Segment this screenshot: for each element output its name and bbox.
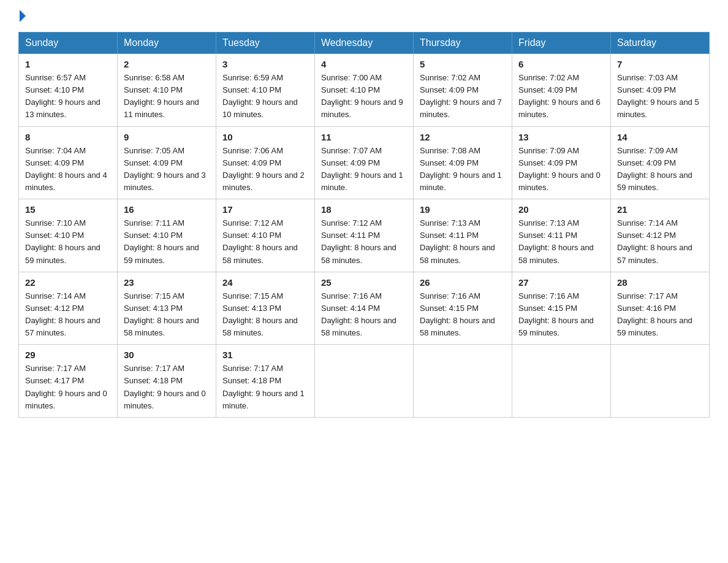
day-number: 12 bbox=[420, 132, 506, 142]
calendar-day-cell: 22 Sunrise: 7:14 AM Sunset: 4:12 PM Dayl… bbox=[19, 272, 118, 345]
day-info: Sunrise: 7:08 AM Sunset: 4:09 PM Dayligh… bbox=[420, 145, 506, 194]
day-info: Sunrise: 7:04 AM Sunset: 4:09 PM Dayligh… bbox=[25, 145, 111, 194]
daylight-label: Daylight: 8 hours and 58 minutes. bbox=[420, 243, 495, 264]
calendar-day-cell: 15 Sunrise: 7:10 AM Sunset: 4:10 PM Dayl… bbox=[19, 199, 118, 272]
day-of-week-header: Friday bbox=[512, 33, 611, 54]
sunrise-label: Sunrise: 7:09 AM bbox=[617, 146, 678, 155]
calendar-day-cell: 13 Sunrise: 7:09 AM Sunset: 4:09 PM Dayl… bbox=[512, 126, 611, 199]
calendar-day-cell: 18 Sunrise: 7:12 AM Sunset: 4:11 PM Dayl… bbox=[315, 199, 414, 272]
calendar-day-cell: 26 Sunrise: 7:16 AM Sunset: 4:15 PM Dayl… bbox=[414, 272, 512, 345]
day-number: 4 bbox=[321, 59, 407, 69]
sunset-label: Sunset: 4:11 PM bbox=[518, 231, 577, 240]
day-of-week-header: Monday bbox=[118, 33, 216, 54]
day-number: 10 bbox=[222, 132, 308, 142]
day-info: Sunrise: 7:17 AM Sunset: 4:18 PM Dayligh… bbox=[222, 362, 308, 412]
day-number: 22 bbox=[25, 277, 111, 288]
sunrise-label: Sunrise: 7:17 AM bbox=[124, 364, 184, 373]
sunset-label: Sunset: 4:15 PM bbox=[518, 304, 577, 313]
sunrise-label: Sunrise: 7:12 AM bbox=[222, 218, 283, 228]
sunrise-label: Sunrise: 7:11 AM bbox=[124, 218, 184, 228]
calendar-day-cell: 27 Sunrise: 7:16 AM Sunset: 4:15 PM Dayl… bbox=[512, 272, 611, 345]
sunset-label: Sunset: 4:09 PM bbox=[124, 158, 183, 167]
sunrise-label: Sunrise: 7:09 AM bbox=[518, 146, 579, 155]
sunrise-label: Sunrise: 6:58 AM bbox=[124, 73, 184, 82]
sunrise-label: Sunrise: 7:17 AM bbox=[222, 364, 283, 373]
sunset-label: Sunset: 4:09 PM bbox=[617, 158, 676, 167]
daylight-label: Daylight: 8 hours and 58 minutes. bbox=[518, 243, 594, 264]
day-info: Sunrise: 7:06 AM Sunset: 4:09 PM Dayligh… bbox=[222, 145, 308, 194]
calendar-day-cell: 31 Sunrise: 7:17 AM Sunset: 4:18 PM Dayl… bbox=[216, 345, 315, 418]
day-info: Sunrise: 7:16 AM Sunset: 4:15 PM Dayligh… bbox=[420, 290, 506, 340]
day-number: 7 bbox=[617, 59, 703, 69]
logo bbox=[18, 12, 26, 22]
calendar-week-row: 22 Sunrise: 7:14 AM Sunset: 4:12 PM Dayl… bbox=[19, 272, 710, 345]
day-info: Sunrise: 6:59 AM Sunset: 4:10 PM Dayligh… bbox=[222, 72, 308, 121]
daylight-label: Daylight: 8 hours and 57 minutes. bbox=[25, 316, 100, 337]
calendar-day-cell: 8 Sunrise: 7:04 AM Sunset: 4:09 PM Dayli… bbox=[19, 126, 118, 199]
sunrise-label: Sunrise: 7:05 AM bbox=[124, 146, 184, 155]
sunrise-label: Sunrise: 7:14 AM bbox=[25, 291, 86, 301]
day-number: 6 bbox=[518, 59, 604, 69]
day-info: Sunrise: 7:09 AM Sunset: 4:09 PM Dayligh… bbox=[518, 145, 604, 194]
day-of-week-header: Thursday bbox=[414, 33, 512, 54]
day-info: Sunrise: 7:14 AM Sunset: 4:12 PM Dayligh… bbox=[25, 290, 111, 340]
day-info: Sunrise: 7:15 AM Sunset: 4:13 PM Dayligh… bbox=[222, 290, 308, 340]
day-number: 11 bbox=[321, 132, 407, 142]
day-info: Sunrise: 7:16 AM Sunset: 4:14 PM Dayligh… bbox=[321, 290, 407, 340]
day-info: Sunrise: 7:17 AM Sunset: 4:16 PM Dayligh… bbox=[617, 290, 703, 340]
calendar-day-cell: 24 Sunrise: 7:15 AM Sunset: 4:13 PM Dayl… bbox=[216, 272, 315, 345]
sunrise-label: Sunrise: 6:59 AM bbox=[222, 73, 283, 82]
daylight-label: Daylight: 9 hours and 1 minute. bbox=[420, 170, 502, 192]
sunset-label: Sunset: 4:09 PM bbox=[617, 85, 676, 94]
sunrise-label: Sunrise: 7:15 AM bbox=[222, 291, 283, 301]
day-number: 24 bbox=[222, 277, 308, 288]
sunrise-label: Sunrise: 7:06 AM bbox=[222, 146, 283, 155]
calendar-week-row: 15 Sunrise: 7:10 AM Sunset: 4:10 PM Dayl… bbox=[19, 199, 710, 272]
sunset-label: Sunset: 4:09 PM bbox=[222, 158, 281, 167]
day-number: 9 bbox=[124, 132, 210, 142]
calendar-day-cell: 19 Sunrise: 7:13 AM Sunset: 4:11 PM Dayl… bbox=[414, 199, 512, 272]
calendar-day-cell: 17 Sunrise: 7:12 AM Sunset: 4:10 PM Dayl… bbox=[216, 199, 315, 272]
sunset-label: Sunset: 4:12 PM bbox=[25, 304, 84, 313]
daylight-label: Daylight: 8 hours and 59 minutes. bbox=[518, 316, 594, 337]
sunset-label: Sunset: 4:11 PM bbox=[321, 231, 380, 240]
daylight-label: Daylight: 8 hours and 58 minutes. bbox=[222, 243, 298, 264]
day-info: Sunrise: 7:02 AM Sunset: 4:09 PM Dayligh… bbox=[518, 72, 604, 121]
calendar-day-cell: 16 Sunrise: 7:11 AM Sunset: 4:10 PM Dayl… bbox=[118, 199, 216, 272]
sunrise-label: Sunrise: 7:08 AM bbox=[420, 146, 480, 155]
calendar-day-cell: 10 Sunrise: 7:06 AM Sunset: 4:09 PM Dayl… bbox=[216, 126, 315, 199]
sunset-label: Sunset: 4:09 PM bbox=[321, 158, 380, 167]
day-number: 17 bbox=[222, 204, 308, 215]
daylight-label: Daylight: 8 hours and 59 minutes. bbox=[617, 170, 692, 192]
day-info: Sunrise: 7:10 AM Sunset: 4:10 PM Dayligh… bbox=[25, 217, 111, 267]
daylight-label: Daylight: 9 hours and 6 minutes. bbox=[518, 98, 601, 119]
calendar-day-cell: 29 Sunrise: 7:17 AM Sunset: 4:17 PM Dayl… bbox=[19, 345, 118, 418]
day-info: Sunrise: 7:13 AM Sunset: 4:11 PM Dayligh… bbox=[518, 217, 604, 267]
daylight-label: Daylight: 9 hours and 3 minutes. bbox=[124, 170, 206, 192]
day-info: Sunrise: 7:16 AM Sunset: 4:15 PM Dayligh… bbox=[518, 290, 604, 340]
daylight-label: Daylight: 8 hours and 58 minutes. bbox=[222, 316, 298, 337]
day-number: 26 bbox=[420, 277, 506, 288]
calendar-day-cell bbox=[512, 345, 611, 418]
sunrise-label: Sunrise: 7:02 AM bbox=[518, 73, 579, 82]
sunset-label: Sunset: 4:11 PM bbox=[420, 231, 479, 240]
daylight-label: Daylight: 8 hours and 57 minutes. bbox=[617, 243, 692, 264]
daylight-label: Daylight: 8 hours and 58 minutes. bbox=[321, 316, 396, 337]
sunset-label: Sunset: 4:16 PM bbox=[617, 304, 676, 313]
daylight-label: Daylight: 8 hours and 59 minutes. bbox=[617, 316, 692, 337]
day-number: 30 bbox=[124, 350, 210, 360]
day-number: 5 bbox=[420, 59, 506, 69]
sunrise-label: Sunrise: 7:03 AM bbox=[617, 73, 678, 82]
day-number: 21 bbox=[617, 204, 703, 215]
calendar-day-cell: 6 Sunrise: 7:02 AM Sunset: 4:09 PM Dayli… bbox=[512, 54, 611, 127]
daylight-label: Daylight: 9 hours and 1 minute. bbox=[222, 389, 305, 410]
daylight-label: Daylight: 8 hours and 58 minutes. bbox=[124, 316, 199, 337]
sunset-label: Sunset: 4:18 PM bbox=[222, 376, 281, 385]
day-info: Sunrise: 7:14 AM Sunset: 4:12 PM Dayligh… bbox=[617, 217, 703, 267]
sunrise-label: Sunrise: 7:04 AM bbox=[25, 146, 86, 155]
sunset-label: Sunset: 4:09 PM bbox=[518, 85, 577, 94]
daylight-label: Daylight: 9 hours and 0 minutes. bbox=[518, 170, 601, 192]
sunrise-label: Sunrise: 7:17 AM bbox=[25, 364, 86, 373]
daylight-label: Daylight: 9 hours and 1 minute. bbox=[321, 170, 403, 192]
sunrise-label: Sunrise: 7:16 AM bbox=[321, 291, 382, 301]
